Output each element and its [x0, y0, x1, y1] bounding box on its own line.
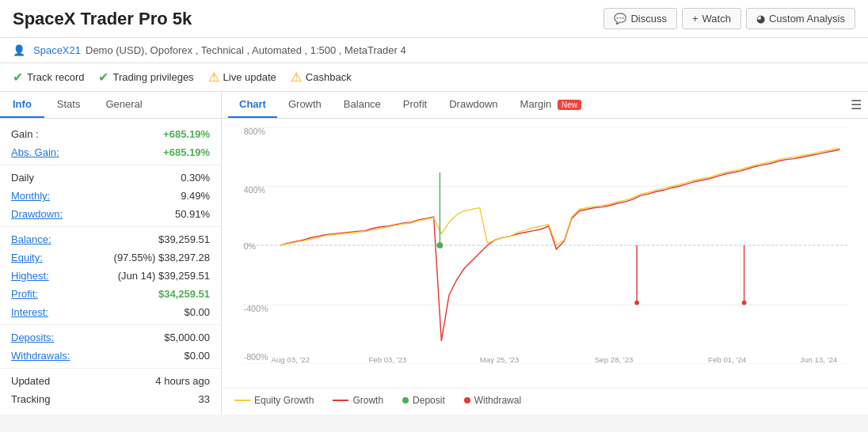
stat-row-daily: Daily 0.30% [0, 169, 221, 187]
right-panel: Chart Growth Balance Profit Drawdown Mar… [222, 92, 868, 415]
avatar-icon: 👤 [13, 44, 25, 56]
stat-label-equity[interactable]: Equity: [11, 252, 43, 263]
chart-tabs: Chart Growth Balance Profit Drawdown Mar… [222, 92, 868, 119]
stats-table: Gain : +685.19% Abs. Gain: +685.19% Dail… [0, 119, 221, 415]
chart-tab-growth[interactable]: Growth [277, 92, 333, 118]
svg-text:Sep 28, '23: Sep 28, '23 [595, 355, 634, 364]
stat-label-withdrawals[interactable]: Withdrawals: [11, 350, 70, 362]
header: SpaceX Trader Pro 5k 💬 Discuss + Watch ◕… [0, 0, 868, 38]
stat-label-profit[interactable]: Profit: [11, 288, 38, 300]
stat-label-highest[interactable]: Highest: [11, 270, 49, 282]
legend-deposit-dot [402, 397, 409, 404]
stat-value-daily: 0.30% [181, 172, 210, 184]
stat-value-gain: +685.19% [163, 128, 210, 140]
chart-legend: Equity Growth Growth Deposit Withdrawal [222, 388, 868, 412]
meta-info: 👤 SpaceX21 Demo (USD), Opoforex , Techni… [0, 38, 868, 63]
svg-text:-800%: -800% [244, 352, 268, 362]
svg-text:-400%: -400% [244, 304, 268, 313]
legend-equity-growth-label: Equity Growth [254, 395, 314, 406]
stat-label-gain: Gain : [11, 128, 39, 140]
stat-value-withdrawals: $0.00 [184, 350, 210, 362]
chart-tab-chart[interactable]: Chart [228, 92, 277, 118]
chart-area: 800% 400% 0% -400% -800% Aug 03, '22 Feb… [222, 119, 868, 388]
legend-withdrawal-label: Withdrawal [474, 395, 521, 406]
watch-button[interactable]: + Watch [682, 8, 741, 29]
stat-row-abs-gain: Abs. Gain: +685.19% [0, 143, 221, 161]
stat-value-tracking: 33 [199, 393, 210, 405]
legend-deposit-label: Deposit [413, 395, 445, 406]
svg-point-17 [437, 242, 444, 248]
stat-row-gain: Gain : +685.19% [0, 125, 221, 143]
warn-icon: ⚠ [208, 70, 219, 85]
stat-row-balance: Balance: $39,259.51 [0, 230, 221, 248]
badge-cashback-label: Cashback [306, 71, 352, 83]
badge-track-record-label: Track record [27, 71, 84, 83]
svg-text:0%: 0% [244, 241, 257, 251]
divider-4 [0, 368, 221, 369]
stat-label-deposits[interactable]: Deposits: [11, 332, 54, 343]
divider-3 [0, 324, 221, 325]
tab-general[interactable]: General [93, 92, 154, 118]
warn-icon-2: ⚠ [291, 70, 302, 85]
stat-label-abs-gain[interactable]: Abs. Gain: [11, 146, 59, 158]
watch-icon: + [692, 13, 699, 25]
stat-value-monthly: 9.49% [181, 190, 210, 202]
chart-tab-balance[interactable]: Balance [333, 92, 392, 118]
chart-settings-icon[interactable]: ☰ [851, 97, 862, 112]
legend-withdrawal: Withdrawal [464, 395, 521, 406]
discuss-button[interactable]: 💬 Discuss [603, 8, 677, 29]
stat-value-highest: (Jun 14) $39,259.51 [118, 270, 210, 282]
legend-growth: Growth [333, 395, 383, 406]
stat-row-monthly: Monthly: 9.49% [0, 187, 221, 205]
new-badge: New [558, 100, 581, 110]
stat-row-drawdown: Drawdown: 50.91% [0, 205, 221, 223]
stat-label-monthly[interactable]: Monthly: [11, 190, 50, 202]
svg-text:Feb 01, '24: Feb 01, '24 [708, 355, 747, 364]
discuss-icon: 💬 [614, 13, 626, 25]
stat-value-drawdown: 50.91% [175, 208, 210, 220]
svg-text:Feb 03, '23: Feb 03, '23 [368, 355, 406, 364]
svg-text:400%: 400% [244, 185, 266, 195]
legend-growth-label: Growth [352, 395, 383, 406]
stat-row-tracking: Tracking 33 [0, 390, 221, 408]
analysis-icon: ◕ [756, 13, 765, 25]
stat-label-drawdown[interactable]: Drawdown: [11, 208, 63, 220]
stat-value-balance: $39,259.51 [158, 233, 210, 245]
stat-label-updated: Updated [11, 375, 50, 387]
stat-row-deposits: Deposits: $5,000.00 [0, 328, 221, 347]
svg-text:Aug 03, '22: Aug 03, '22 [272, 355, 310, 364]
stat-label-balance[interactable]: Balance: [11, 233, 51, 245]
check-icon-2: ✔ [98, 70, 108, 85]
username-link[interactable]: SpaceX21 [33, 44, 81, 56]
stat-value-updated: 4 hours ago [155, 375, 210, 387]
stat-row-interest: Interest: $0.00 [0, 303, 221, 321]
chart-tab-margin[interactable]: Margin New [509, 92, 592, 118]
stat-value-equity: (97.55%) $38,297.28 [114, 252, 210, 263]
svg-text:May 25, '23: May 25, '23 [480, 355, 520, 364]
page-title: SpaceX Trader Pro 5k [13, 9, 192, 29]
stat-row-withdrawals: Withdrawals: $0.00 [0, 347, 221, 365]
chart-tab-profit[interactable]: Profit [392, 92, 438, 118]
badge-track-record: ✔ Track record [13, 70, 84, 85]
custom-analysis-button[interactable]: ◕ Custom Analysis [746, 8, 855, 29]
stat-row-equity: Equity: (97.55%) $38,297.28 [0, 248, 221, 267]
stat-row-profit: Profit: $34,259.51 [0, 285, 221, 303]
stat-value-profit: $34,259.51 [158, 288, 210, 300]
main-content: Info Stats General Gain : +685.19% Abs. … [0, 92, 868, 415]
badge-trading-privileges: ✔ Trading privileges [98, 70, 193, 85]
tab-info[interactable]: Info [0, 92, 44, 118]
badge-live-update: ⚠ Live update [208, 70, 276, 85]
chart-tab-drawdown[interactable]: Drawdown [438, 92, 508, 118]
stat-value-deposits: $5,000.00 [164, 332, 210, 343]
left-panel: Info Stats General Gain : +685.19% Abs. … [0, 92, 222, 415]
svg-text:800%: 800% [244, 127, 266, 136]
badge-live-update-label: Live update [223, 71, 276, 83]
stat-label-daily: Daily [11, 172, 34, 184]
svg-text:Jun 13, '24: Jun 13, '24 [800, 355, 838, 364]
legend-growth-line [333, 400, 348, 401]
badge-trading-privileges-label: Trading privileges [112, 71, 193, 83]
tab-stats[interactable]: Stats [44, 92, 93, 118]
svg-point-21 [742, 301, 747, 305]
divider-2 [0, 226, 221, 227]
stat-label-interest[interactable]: Interest: [11, 306, 48, 318]
